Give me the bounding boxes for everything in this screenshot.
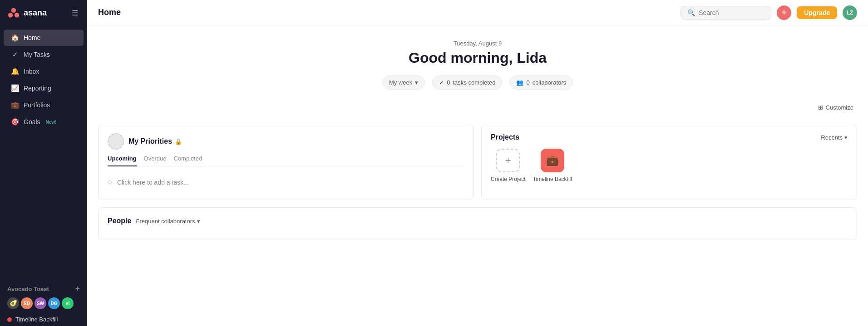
lock-icon: 🔒	[175, 138, 182, 145]
search-icon: 🔍	[687, 9, 695, 16]
target-icon: 🎯	[11, 118, 19, 126]
sidebar-item-portfolios-label: Portfolios	[24, 101, 50, 109]
tab-upcoming[interactable]: Upcoming	[108, 155, 137, 166]
timeline-backfill-card[interactable]: 💼 Timeline Backfill	[533, 149, 572, 182]
my-week-pill[interactable]: My week ▾	[382, 75, 425, 90]
avatar-4[interactable]: vi	[62, 297, 74, 309]
avatar-1[interactable]: SD	[21, 297, 33, 309]
logo-text: asana	[24, 8, 47, 18]
projects-grid: + Create Project 💼 Timeline Backfill	[491, 149, 848, 182]
sidebar-item-my-tasks-label: My Tasks	[24, 51, 50, 58]
create-project-icon: +	[496, 149, 520, 172]
customize-row: ⊞ Customize	[87, 102, 868, 116]
circle-check-icon: ○	[108, 177, 113, 187]
priorities-avatar	[108, 133, 124, 150]
people-row: People Frequent collaborators ▾	[98, 207, 857, 240]
project-item-timeline-backfill[interactable]: Timeline Backfill	[0, 313, 87, 326]
hero-date: Tuesday, August 9	[98, 40, 857, 47]
main-row: My Priorities 🔒 Upcoming Overdue Complet…	[98, 124, 857, 200]
add-task-row[interactable]: ○ Click here to add a task...	[108, 174, 464, 191]
sidebar-item-portfolios[interactable]: 💼 Portfolios	[4, 97, 84, 113]
project-name: Timeline Backfill	[15, 316, 58, 323]
customize-label: Customize	[826, 104, 853, 111]
sidebar-header: asana ☰	[0, 0, 87, 25]
tab-overdue[interactable]: Overdue	[144, 155, 167, 166]
add-team-button[interactable]: +	[75, 285, 80, 293]
add-button[interactable]: +	[777, 5, 791, 20]
chart-icon: 📈	[11, 84, 19, 92]
my-week-label: My week	[389, 79, 412, 86]
recents-button[interactable]: Recents ▾	[821, 134, 848, 141]
chevron-down-icon: ▾	[844, 134, 848, 141]
avatar-3[interactable]: DG	[48, 297, 60, 309]
tasks-label: tasks completed	[453, 79, 495, 86]
hero-stats-row: My week ▾ ✓ 0 tasks completed 👥 0 collab…	[98, 75, 857, 90]
sidebar-item-inbox-label: Inbox	[24, 68, 39, 75]
timeline-backfill-icon: 💼	[541, 149, 564, 172]
sidebar-toggle-button[interactable]: ☰	[70, 7, 80, 19]
chevron-down-icon: ▾	[415, 79, 418, 86]
freq-collab-label: Frequent collaborators	[136, 218, 195, 225]
chevron-down-icon: ▾	[197, 218, 200, 225]
people-header: People Frequent collaborators ▾	[108, 217, 848, 225]
projects-header: Projects Recents ▾	[491, 133, 848, 141]
sidebar-nav: 🏠 Home ✓ My Tasks 🔔 Inbox 📈 Reporting 💼 …	[0, 25, 87, 279]
sidebar-item-reporting[interactable]: 📈 Reporting	[4, 80, 84, 96]
upgrade-button[interactable]: Upgrade	[797, 6, 837, 19]
goals-new-badge: New!	[46, 120, 57, 125]
bell-icon: 🔔	[11, 67, 19, 75]
avatar-2[interactable]: SW	[35, 297, 46, 309]
projects-card: Projects Recents ▾ + Create Project 💼 Ti…	[481, 124, 857, 200]
checkmark-icon: ✓	[439, 79, 444, 86]
people-title: People	[108, 217, 131, 225]
collaborators-pill[interactable]: 👥 0 collaborators	[509, 75, 573, 90]
team-section-header: Avocado Toast +	[0, 279, 87, 296]
hero-section: Tuesday, August 9 Good morning, Lida My …	[87, 25, 868, 102]
card-header: My Priorities 🔒	[108, 133, 464, 150]
tasks-completed-pill[interactable]: ✓ 0 tasks completed	[432, 75, 502, 90]
card-title: My Priorities 🔒	[128, 137, 182, 145]
team-name: Avocado Toast	[7, 286, 49, 292]
my-priorities-card: My Priorities 🔒 Upcoming Overdue Complet…	[98, 124, 474, 200]
customize-icon: ⊞	[818, 104, 823, 111]
people-icon: 👥	[516, 79, 523, 86]
timeline-backfill-name: Timeline Backfill	[533, 176, 572, 182]
svg-point-0	[11, 8, 16, 13]
customize-button[interactable]: ⊞ Customize	[814, 102, 857, 113]
project-dot	[7, 317, 12, 322]
search-bar[interactable]: 🔍	[681, 6, 771, 20]
priorities-tabs: Upcoming Overdue Completed	[108, 155, 464, 166]
sidebar-item-home[interactable]: 🏠 Home	[4, 30, 84, 46]
collaborators-count: 0	[526, 79, 529, 86]
topbar-right: 🔍 + Upgrade LZ	[681, 5, 857, 20]
sidebar-item-inbox[interactable]: 🔔 Inbox	[4, 63, 84, 80]
home-icon: 🏠	[11, 34, 19, 42]
create-project-card[interactable]: + Create Project	[491, 149, 526, 182]
add-task-placeholder: Click here to add a task...	[117, 179, 189, 186]
people-card: People Frequent collaborators ▾	[98, 207, 857, 240]
sidebar-item-reporting-label: Reporting	[24, 85, 51, 92]
topbar: Home 🔍 + Upgrade LZ	[87, 0, 868, 25]
briefcase-icon: 💼	[11, 101, 19, 109]
team-avatars: 🥑 SD SW DG vi	[0, 296, 87, 313]
frequent-collaborators-button[interactable]: Frequent collaborators ▾	[136, 218, 200, 225]
recents-label: Recents	[821, 134, 843, 141]
avatar-0[interactable]: 🥑	[7, 297, 19, 309]
avatar[interactable]: LZ	[843, 5, 857, 20]
page-title: Home	[98, 8, 121, 17]
sidebar-item-goals[interactable]: 🎯 Goals New!	[4, 114, 84, 130]
main-content: Home 🔍 + Upgrade LZ Tuesday, August 9 Go…	[87, 0, 868, 326]
sidebar-item-my-tasks[interactable]: ✓ My Tasks	[4, 46, 84, 63]
sidebar-item-goals-label: Goals	[24, 118, 40, 125]
check-icon: ✓	[11, 50, 19, 59]
hero-greeting: Good morning, Lida	[98, 50, 857, 66]
collaborators-label: collaborators	[533, 79, 566, 86]
my-priorities-title: My Priorities	[128, 137, 172, 145]
tasks-count: 0	[447, 79, 450, 86]
search-input[interactable]	[699, 9, 764, 16]
create-project-label: Create Project	[491, 176, 526, 182]
team-section: Avocado Toast + 🥑 SD SW DG vi Timeline B…	[0, 279, 87, 326]
svg-point-1	[8, 13, 13, 18]
sidebar-item-home-label: Home	[24, 34, 40, 41]
tab-completed[interactable]: Completed	[173, 155, 202, 166]
